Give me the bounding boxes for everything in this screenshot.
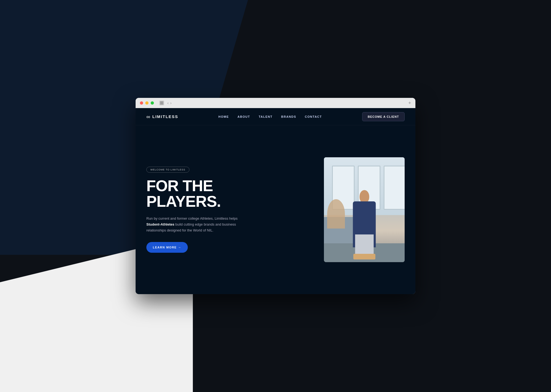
maximize-button[interactable] bbox=[151, 101, 154, 105]
minimize-button[interactable] bbox=[145, 101, 149, 105]
desktop-background: ‹ › + ∞ LIMITLESS HOME ABOUT TALENT BRAN… bbox=[0, 0, 551, 392]
browser-chrome: ‹ › + bbox=[136, 98, 415, 108]
svg-rect-3 bbox=[162, 103, 163, 104]
hero-content: WELCOME TO LIMITLESS FOR THE PLAYERS. Ru… bbox=[146, 167, 254, 253]
person-shoes bbox=[353, 254, 376, 259]
browser-controls bbox=[159, 101, 164, 105]
svg-rect-0 bbox=[160, 102, 161, 103]
navigation-arrows: ‹ › bbox=[167, 101, 171, 105]
become-client-button[interactable]: BECOME A CLIENT bbox=[362, 112, 405, 121]
person-legs bbox=[355, 234, 373, 255]
brand-name: LIMITLESS bbox=[152, 114, 178, 119]
description-bold: Student-Athletes bbox=[146, 222, 174, 226]
nav-links: HOME ABOUT TALENT BRANDS CONTACT bbox=[218, 115, 322, 118]
speaker-person bbox=[342, 170, 387, 262]
hero-section: WELCOME TO LIMITLESS FOR THE PLAYERS. Ru… bbox=[136, 125, 415, 294]
forward-arrow[interactable]: › bbox=[170, 101, 172, 105]
headline-line1: FOR THE bbox=[146, 177, 213, 194]
description-text: Run by current and former college Athlet… bbox=[146, 216, 238, 220]
close-button[interactable] bbox=[140, 101, 143, 105]
headline-line2: PLAYERS. bbox=[146, 193, 221, 210]
nav-contact[interactable]: CONTACT bbox=[305, 115, 322, 118]
logo[interactable]: ∞ LIMITLESS bbox=[146, 114, 178, 119]
hero-image bbox=[324, 157, 405, 262]
learn-more-button[interactable]: LEARN MORE → bbox=[146, 242, 188, 253]
nav-about[interactable]: ABOUT bbox=[238, 115, 250, 118]
welcome-badge: WELCOME TO LIMITLESS bbox=[146, 167, 189, 173]
speaker-photo bbox=[324, 157, 405, 262]
nav-talent[interactable]: TALENT bbox=[259, 115, 273, 118]
new-tab-button[interactable]: + bbox=[408, 101, 411, 105]
nav-brands[interactable]: BRANDS bbox=[281, 115, 296, 118]
infinity-icon: ∞ bbox=[146, 114, 150, 119]
svg-rect-2 bbox=[160, 103, 161, 104]
hero-description: Run by current and former college Athlet… bbox=[146, 216, 238, 233]
website-content: ∞ LIMITLESS HOME ABOUT TALENT BRANDS CON… bbox=[136, 108, 415, 294]
navbar: ∞ LIMITLESS HOME ABOUT TALENT BRANDS CON… bbox=[136, 108, 415, 125]
browser-window: ‹ › + ∞ LIMITLESS HOME ABOUT TALENT BRAN… bbox=[136, 98, 415, 294]
back-arrow[interactable]: ‹ bbox=[167, 101, 169, 105]
window-frame-3 bbox=[384, 166, 405, 210]
svg-rect-1 bbox=[162, 102, 163, 103]
hero-headline: FOR THE PLAYERS. bbox=[146, 178, 254, 209]
tab-icon bbox=[159, 101, 164, 105]
nav-home[interactable]: HOME bbox=[218, 115, 229, 118]
